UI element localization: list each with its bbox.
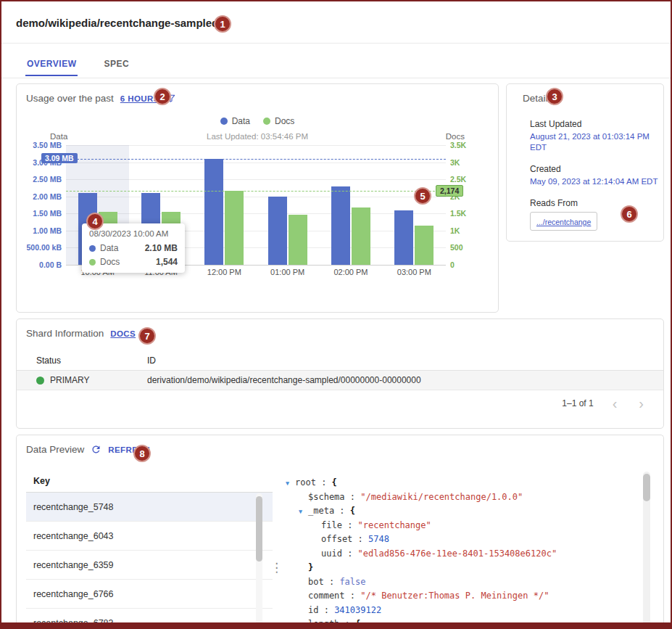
json-value: "/mediawiki/recentchange/1.0.0" — [360, 492, 523, 502]
left-axis-tick: 0.00 B — [39, 260, 62, 269]
right-axis-ticks: 05001K1.5K2K2.5K3K3.5K — [450, 145, 494, 265]
shard-docs-link[interactable]: DOCS — [110, 329, 136, 338]
right-axis-tick: 500 — [450, 243, 463, 252]
right-axis-tick: 3.5K — [450, 141, 466, 149]
json-value: 5748 — [368, 534, 389, 544]
tab-overview[interactable]: OVERVIEW — [25, 52, 78, 76]
json-key: file — [321, 520, 342, 530]
json-line: comment : "/* Benutzer:Thomas P. Meining… — [283, 589, 640, 604]
json-line: ▼length : { — [283, 617, 640, 629]
docs-max-marker: 2,174 — [436, 185, 463, 197]
shard-table-row: PRIMARYderivation/demo/wikipedia/recentc… — [17, 371, 663, 390]
left-axis-tick: 2.00 MB — [33, 192, 62, 201]
json-key: bot — [308, 577, 324, 587]
annotation-badge-1: 1 — [214, 15, 231, 33]
tooltip-data-value: 2.10 MB — [145, 243, 178, 253]
preview-key-row[interactable]: recentchange_5748 — [26, 493, 273, 522]
shard-table-header: Status ID — [17, 351, 663, 371]
scrollbar-thumb[interactable] — [643, 474, 650, 501]
legend-item-data[interactable]: Data — [220, 116, 250, 126]
pagination-next-button[interactable]: › — [636, 396, 647, 411]
annotation-badge-3: 3 — [546, 88, 563, 105]
docs-series-dot — [89, 259, 96, 266]
reads-from-link[interactable]: .../recentchange — [536, 218, 591, 226]
bar-docs[interactable] — [352, 207, 370, 265]
json-value: "recentchange" — [358, 520, 431, 530]
json-key: offset — [321, 534, 352, 544]
preview-key-row[interactable]: recentchange_6043 — [26, 522, 273, 551]
json-value: "edlad856-476e-11ee-8401-153408e6120c" — [358, 548, 557, 559]
bar-docs[interactable] — [415, 226, 434, 265]
detail-reads-from: Reads From .../recentchange — [530, 198, 659, 231]
left-axis-tick: 500.00 kB — [27, 243, 62, 252]
json-key: root — [295, 477, 316, 488]
json-line: } — [283, 561, 640, 575]
annotation-badge-6: 6 — [621, 205, 638, 223]
bar-data[interactable] — [204, 159, 223, 265]
shard-id: derivation/demo/wikipedia/recentchange-s… — [147, 375, 663, 385]
legend-label-data: Data — [232, 116, 250, 126]
chart-tooltip: 08/30/2023 10:00 AM Data 2.10 MB Docs 1,… — [82, 223, 185, 273]
preview-key-row[interactable]: recentchange_6359 — [26, 551, 273, 580]
status-dot — [36, 377, 44, 385]
annotation-badge-2: 2 — [154, 88, 171, 105]
docs-series-dot — [263, 118, 270, 125]
json-scrollbar[interactable] — [643, 472, 650, 629]
preview-key-row[interactable]: recentchange_6766 — [26, 580, 273, 609]
column-header-status: Status — [17, 355, 147, 366]
x-axis-tick: 03:00 PM — [383, 268, 446, 276]
panel-resize-handle[interactable]: ⋮ — [270, 560, 283, 575]
tabs-divider — [1, 78, 671, 78]
collapse-arrow-icon[interactable]: ▼ — [299, 618, 302, 629]
tab-spec[interactable]: SPEC — [102, 52, 130, 76]
preview-key-row[interactable]: recentchange_6783 — [26, 609, 273, 629]
json-line: uuid : "edlad856-476e-11ee-8401-153408e6… — [283, 547, 640, 562]
json-key: uuid — [321, 548, 342, 559]
json-line: file : "recentchange" — [283, 519, 640, 533]
annotation-badge-7: 7 — [138, 327, 156, 345]
json-line: offset : 5748 — [283, 533, 640, 547]
json-key: comment — [308, 591, 345, 601]
json-value: { — [350, 506, 355, 516]
right-axis-tick: 2.5K — [450, 175, 466, 184]
collapse-arrow-icon[interactable]: ▼ — [299, 505, 302, 519]
collapse-arrow-icon[interactable]: ▼ — [286, 477, 289, 491]
bar-data[interactable] — [331, 186, 350, 265]
pagination-prev-button[interactable]: ‹ — [610, 396, 621, 411]
data-preview-card: Data Preview REFRESH Key recentchange_57… — [16, 435, 664, 629]
json-value: 341039122 — [334, 605, 381, 615]
bar-docs[interactable] — [289, 215, 307, 265]
json-viewer: ▼root : {$schema : "/mediawiki/recentcha… — [283, 470, 640, 629]
refresh-icon[interactable] — [91, 444, 101, 455]
right-axis-title: Docs — [446, 132, 465, 141]
key-list-scrollbar[interactable] — [256, 493, 262, 629]
legend-item-docs[interactable]: Docs — [263, 116, 294, 126]
bar-data[interactable] — [394, 210, 413, 265]
right-axis-tick: 1K — [450, 226, 460, 235]
pagination-range: 1–1 of 1 — [562, 398, 593, 408]
docs-max-line — [66, 191, 446, 192]
pagination: 1–1 of 1 ‹ › — [562, 396, 647, 411]
bar-docs[interactable] — [225, 191, 244, 265]
annotation-badge-4: 4 — [86, 213, 104, 230]
tooltip-data-label: Data — [100, 243, 118, 253]
bar-data[interactable] — [268, 197, 287, 265]
json-value: } — [308, 562, 313, 572]
tab-bar: OVERVIEW SPEC — [25, 52, 130, 76]
data-max-marker: 3.09 MB — [41, 153, 78, 163]
chart-last-updated: Last Updated: 03:54:46 PM — [17, 132, 498, 141]
status-label: PRIMARY — [50, 375, 89, 385]
preview-heading: Data Preview — [26, 444, 84, 455]
detail-created: Created May 09, 2023 at 12:14:04 AM EDT — [530, 164, 659, 187]
tooltip-row-data: Data 2.10 MB — [89, 243, 178, 253]
x-axis-tick: 01:00 PM — [256, 268, 319, 276]
json-value: { — [332, 477, 337, 488]
left-axis-tick: 1.00 MB — [33, 226, 62, 235]
scrollbar-thumb[interactable] — [256, 496, 262, 562]
reads-from-chip: .../recentchange — [530, 212, 597, 231]
left-axis-tick: 2.50 MB — [33, 175, 62, 184]
column-header-id: ID — [147, 355, 663, 366]
right-axis-tick: 0 — [450, 260, 455, 269]
shard-card: Shard Information DOCS Status ID PRIMARY… — [16, 318, 664, 429]
tooltip-row-docs: Docs 1,544 — [89, 257, 178, 267]
